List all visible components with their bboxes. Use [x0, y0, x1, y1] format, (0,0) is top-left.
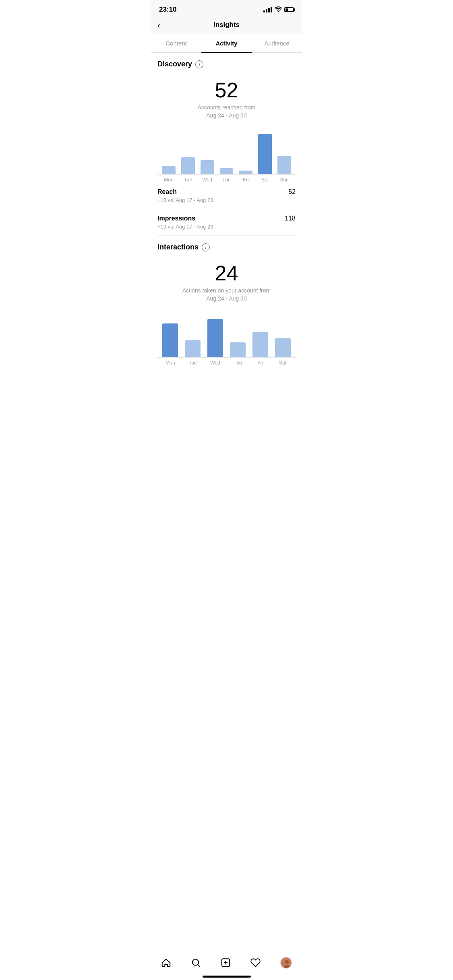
interactions-number: 24 [157, 255, 296, 287]
discovery-subtitle: Accounts reached from Aug 24 - Aug 30 [157, 104, 296, 126]
chart-bar [185, 340, 201, 357]
impressions-sub: +19 vs. Aug 17 - Aug 23 [157, 224, 296, 230]
discovery-section-title: Discovery i [157, 53, 296, 72]
impressions-label: Impressions [157, 215, 195, 222]
status-icons [263, 6, 294, 13]
bar-day-label: Tue [178, 177, 198, 183]
discovery-reach-number: 52 [157, 72, 296, 104]
bar-group [255, 134, 275, 174]
discovery-info-icon[interactable]: i [195, 60, 203, 68]
bar-day-label: Sun [275, 177, 294, 183]
bar-group [249, 332, 271, 357]
bar-day-label: Fri [249, 360, 271, 366]
bar-group [178, 157, 198, 174]
back-button[interactable]: ‹ [157, 21, 160, 30]
bar-day-label: Wed [204, 360, 227, 366]
battery-icon [284, 7, 294, 12]
bar-day-label: Sat [271, 360, 294, 366]
bar-day-label: Thu [226, 360, 249, 366]
interactions-info-icon[interactable]: i [202, 243, 210, 251]
chart-bar [252, 332, 268, 357]
chart-bar [181, 157, 195, 174]
status-bar: 23:10 [151, 0, 302, 17]
discovery-bar-labels: MonTueWedThuFriSatSun [157, 174, 296, 183]
discovery-bars [157, 130, 296, 174]
chart-bar [162, 166, 176, 174]
bar-day-label: Fri [236, 177, 255, 183]
main-content: Discovery i 52 Accounts reached from Aug… [151, 53, 302, 398]
interactions-section-title: Interactions i [157, 236, 296, 255]
tab-audience[interactable]: Audience [252, 34, 302, 52]
signal-icon [263, 7, 272, 12]
chart-bar [239, 171, 253, 174]
reach-stat: Reach 52 +18 vs. Aug 17 - Aug 23 [157, 183, 296, 209]
bar-group [159, 323, 182, 357]
bar-day-label: Wed [198, 177, 217, 183]
interactions-subtitle: Actions taken on your account from Aug 2… [157, 287, 296, 309]
tab-activity[interactable]: Activity [201, 34, 252, 52]
chart-bar [201, 160, 214, 175]
tab-content[interactable]: Content [151, 34, 201, 52]
interactions-bars [157, 313, 296, 357]
bar-day-label: Tue [182, 360, 204, 366]
chart-bar [258, 134, 272, 174]
bar-group [204, 319, 227, 357]
chart-bar [275, 338, 291, 358]
chart-bar [277, 156, 291, 175]
bar-group [159, 166, 178, 174]
bar-group [226, 342, 249, 357]
status-time: 23:10 [159, 6, 176, 14]
chart-bar [207, 319, 223, 357]
bar-day-label: Mon [159, 360, 182, 366]
discovery-chart: MonTueWedThuFriSatSun [157, 126, 296, 183]
interactions-bar-labels: MonTueWedThuFriSat [157, 357, 296, 366]
tab-bar: Content Activity Audience [151, 34, 302, 53]
bar-group [271, 338, 294, 358]
reach-value: 52 [288, 188, 296, 196]
page-title: Insights [213, 21, 240, 29]
wifi-icon [275, 6, 282, 13]
bar-day-label: Thu [217, 177, 236, 183]
bar-group [217, 168, 236, 175]
impressions-value: 118 [285, 215, 296, 222]
impressions-stat: Impressions 118 +19 vs. Aug 17 - Aug 23 [157, 209, 296, 236]
bar-group [275, 156, 294, 175]
app-header: ‹ Insights [151, 17, 302, 34]
bar-day-label: Sat [255, 177, 275, 183]
bar-group [182, 340, 204, 357]
bar-group [198, 160, 217, 175]
reach-label: Reach [157, 188, 177, 196]
chart-bar [220, 168, 234, 175]
bar-day-label: Mon [159, 177, 178, 183]
chart-bar [162, 323, 178, 357]
reach-sub: +18 vs. Aug 17 - Aug 23 [157, 197, 296, 203]
chart-bar [230, 342, 246, 357]
interactions-chart: MonTueWedThuFriSat [157, 309, 296, 366]
bar-group [236, 171, 255, 174]
